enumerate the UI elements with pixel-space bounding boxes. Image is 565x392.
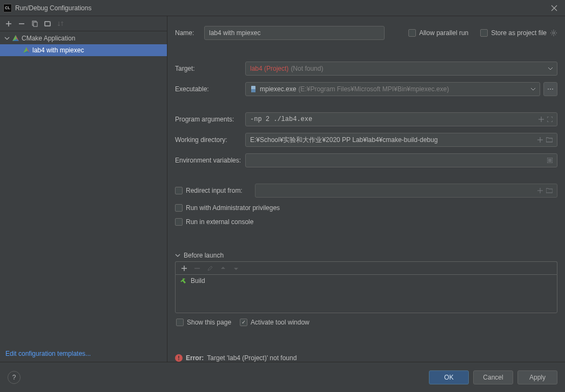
args-label: Program arguments: [175, 116, 245, 123]
sidebar: CMake Application lab4 with mpiexec Edit… [0, 16, 167, 362]
chevron-down-icon [531, 87, 535, 91]
sidebar-footer: Edit configuration templates... [0, 346, 167, 362]
before-launch-list[interactable]: Build [175, 274, 557, 313]
checkbox-icon [175, 187, 183, 194]
error-row: ! Error: Target 'lab4 (Project)' not fou… [175, 354, 297, 362]
checkbox-icon [480, 29, 488, 37]
store-project-checkbox[interactable]: Store as project file [480, 29, 557, 37]
svg-rect-11 [251, 89, 255, 92]
build-label: Build [191, 277, 205, 285]
folder-icon[interactable] [546, 137, 553, 143]
gear-icon[interactable] [550, 29, 557, 37]
add-icon[interactable] [539, 117, 544, 122]
before-launch-header[interactable]: Before launch [175, 252, 557, 259]
args-input[interactable]: -np 2 ./lab4.exe [245, 112, 557, 126]
cmake-icon [12, 35, 19, 42]
window-title: Run/Debug Configurations [15, 4, 547, 12]
allow-parallel-checkbox[interactable]: Allow parallel run [408, 29, 468, 37]
checkbox-checked-icon [240, 319, 247, 326]
save-temp-icon[interactable] [43, 19, 52, 28]
exe-path: (E:¥Program Files¥Microsoft MPI¥Bin¥mpie… [298, 85, 449, 93]
args-value: -np 2 ./lab4.exe [250, 116, 312, 123]
before-launch-toolbar [175, 261, 557, 274]
down-icon [232, 264, 240, 273]
name-label: Name: [175, 29, 204, 37]
executable-label: Executable: [175, 85, 245, 93]
target-label: Target: [175, 65, 245, 72]
target-value: lab4 (Project) [250, 65, 288, 72]
chevron-down-icon [548, 66, 553, 71]
run-ext-label: Run in external console [186, 218, 253, 226]
hammer-icon [180, 277, 187, 285]
tree-item-label: lab4 with mpiexec [32, 46, 84, 54]
env-label: Environment variables: [175, 157, 245, 164]
browse-executable-button[interactable]: ⋯ [543, 82, 557, 96]
svg-rect-1 [33, 22, 37, 26]
tree-root-cmake[interactable]: CMake Application [0, 32, 167, 44]
chevron-down-icon [4, 36, 10, 41]
target-combo[interactable]: lab4 (Project) (Not found) [245, 62, 557, 76]
dialog-footer: ? OK Cancel Apply [0, 362, 565, 392]
remove-icon [193, 264, 201, 273]
activate-tool-window-label: Activate tool window [251, 319, 310, 326]
exe-file-icon [250, 85, 258, 93]
config-tree[interactable]: CMake Application lab4 with mpiexec [0, 31, 167, 346]
store-project-label: Store as project file [491, 29, 547, 37]
redirect-label: Redirect input from: [186, 187, 243, 194]
env-input[interactable] [245, 153, 557, 167]
target-notfound: (Not found) [291, 65, 323, 72]
checkbox-icon [176, 319, 184, 326]
edit-templates-link[interactable]: Edit configuration templates... [5, 350, 91, 357]
add-icon[interactable] [4, 19, 13, 28]
svg-point-9 [553, 32, 555, 34]
error-label: Error: [186, 354, 204, 362]
workdir-label: Working directory: [175, 136, 245, 144]
add-icon[interactable] [180, 264, 189, 273]
main-panel: Name: Allow parallel run Store as projec… [167, 16, 565, 362]
workdir-input[interactable]: E:¥School¥实验和大作业¥2020 PP Lab¥lab4¥cmake-… [245, 133, 557, 147]
exe-name: mpiexec.exe [260, 85, 296, 93]
before-launch-label: Before launch [184, 252, 224, 259]
expand-icon[interactable] [547, 117, 553, 122]
redirect-input-field[interactable] [255, 184, 557, 198]
checkbox-icon [175, 204, 183, 212]
run-admin-label: Run with Administrator privileges [186, 204, 280, 212]
checkbox-icon [408, 29, 416, 37]
edit-icon [206, 264, 214, 273]
tree-root-label: CMake Application [22, 35, 75, 42]
cmake-icon [23, 46, 30, 54]
list-icon[interactable] [547, 158, 553, 163]
before-launch-item-build[interactable]: Build [176, 275, 557, 287]
error-icon: ! [175, 354, 183, 362]
sort-icon [56, 19, 65, 28]
close-button[interactable] [547, 5, 562, 11]
sidebar-toolbar [0, 16, 167, 31]
help-button[interactable]: ? [8, 371, 21, 384]
tree-item-lab4[interactable]: lab4 with mpiexec [0, 44, 167, 56]
error-message: Target 'lab4 (Project)' not found [207, 354, 297, 362]
activate-tool-window-checkbox[interactable]: Activate tool window [240, 319, 310, 326]
add-icon[interactable] [537, 188, 543, 193]
copy-icon[interactable] [30, 19, 39, 28]
checkbox-icon [175, 218, 183, 226]
title-bar: CL Run/Debug Configurations [0, 0, 565, 16]
remove-icon[interactable] [17, 19, 26, 28]
ok-button[interactable]: OK [429, 370, 469, 384]
redirect-input-checkbox[interactable]: Redirect input from: [175, 187, 255, 194]
add-icon[interactable] [537, 137, 543, 143]
up-icon [219, 264, 227, 273]
apply-button[interactable]: Apply [517, 370, 557, 384]
allow-parallel-label: Allow parallel run [419, 29, 468, 37]
name-input[interactable] [204, 26, 385, 40]
executable-combo[interactable]: mpiexec.exe (E:¥Program Files¥Microsoft … [245, 82, 540, 96]
run-ext-checkbox[interactable]: Run in external console [175, 218, 253, 226]
cancel-button[interactable]: Cancel [473, 370, 513, 384]
chevron-down-icon [175, 253, 180, 258]
run-admin-checkbox[interactable]: Run with Administrator privileges [175, 204, 280, 212]
app-icon: CL [3, 4, 12, 12]
workdir-value: E:¥School¥实验和大作业¥2020 PP Lab¥lab4¥cmake-… [250, 136, 438, 145]
show-this-page-label: Show this page [187, 319, 231, 326]
folder-icon[interactable] [546, 188, 553, 193]
show-this-page-checkbox[interactable]: Show this page [176, 319, 231, 326]
